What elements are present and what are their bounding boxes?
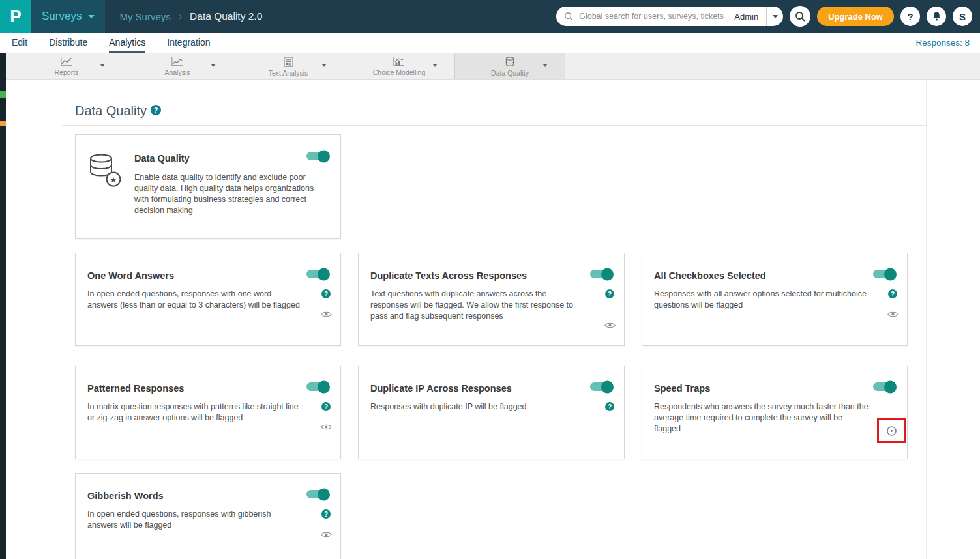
card-title: Duplicate Texts Across Responses [370,270,527,281]
toolbar-item-reports[interactable]: Reports [11,53,122,79]
toolbar-item-text-analysis[interactable]: Text Analysis [233,53,344,79]
tab-integration[interactable]: Integration [167,33,210,53]
gibberish-words-toggle[interactable] [306,490,329,498]
card-title: One Word Answers [87,270,174,281]
search-icon [795,11,805,22]
highlight-annotation-box[interactable] [877,418,906,443]
one-word-answers-card: One Word Answers In open ended questions… [75,253,341,346]
user-avatar[interactable]: S [953,7,972,26]
line-chart-icon [61,57,72,66]
rail-marker [0,121,6,126]
eye-icon[interactable] [321,531,332,538]
toolbar-item-label: Analysis [164,68,190,76]
global-search-bar: Admin [556,7,783,26]
upgrade-now-button[interactable]: Upgrade Now [817,7,894,26]
card-description: Enable data quality to identify and excl… [134,172,321,216]
tab-analytics[interactable]: Analytics [109,33,145,53]
question-mark-icon: ? [907,11,913,22]
bell-icon [932,11,942,22]
responses-count[interactable]: Responses: 8 [915,33,980,53]
data-quality-master-card: ★ Data Quality Enable data quality to id… [75,134,341,239]
toolbar-item-analysis[interactable]: Analysis [122,53,233,79]
clock-icon [886,425,897,437]
chevron-down-icon[interactable] [321,64,327,67]
scope-dropdown-button[interactable] [766,7,783,26]
card-description: Responses with all answer options select… [654,289,869,311]
data-quality-panel: Data Quality ? ★ Data Quality Enable dat… [62,80,927,559]
top-navbar: P Surveys My Surveys › Data Quality 2.0 … [0,0,980,33]
product-switcher[interactable]: Surveys [31,0,105,33]
help-icon[interactable]: ? [888,289,897,298]
page-header: Data Quality ? [62,80,926,126]
gibberish-words-card: Gibberish Words In open ended questions,… [75,473,341,559]
card-title: Data Quality [134,153,190,164]
page-title: Data Quality [75,104,147,119]
eye-icon[interactable] [887,311,898,318]
toolbar-item-label: Data Quality [491,69,529,77]
chevron-down-icon [88,15,95,18]
toolbar-item-data-quality[interactable]: Data Quality [454,53,565,79]
card-title: Patterned Responses [87,383,184,394]
chevron-down-icon [773,15,778,18]
eye-icon[interactable] [321,311,332,318]
bar-line-chart-icon [393,57,405,66]
help-button[interactable]: ? [900,7,920,26]
eye-icon[interactable] [604,322,616,329]
breadcrumb-separator: › [179,10,182,22]
help-icon[interactable]: ? [321,402,331,411]
help-icon[interactable]: ? [605,289,614,298]
app-logo[interactable]: P [0,0,31,33]
speed-traps-toggle[interactable] [873,382,895,391]
navbar-right-group: Admin Upgrade Now ? S [556,6,980,27]
help-icon[interactable]: ? [321,289,331,298]
help-icon[interactable]: ? [605,402,614,411]
chevron-down-icon[interactable] [211,64,216,67]
breadcrumb-parent[interactable]: My Surveys [119,11,170,22]
svg-text:★: ★ [110,175,117,184]
duplicate-ip-card: Duplicate IP Across Responses Responses … [358,366,625,459]
chevron-down-icon[interactable] [432,64,438,67]
toolbar-item-label: Text Analysis [269,69,308,77]
analytics-toolbar: Reports Analysis Text Analysis Choice Mo… [0,53,980,80]
product-label: Surveys [42,10,82,23]
tab-edit[interactable]: Edit [12,33,27,53]
card-description: In open ended questions, responses with … [87,509,303,531]
breadcrumb: My Surveys › Data Quality 2.0 [119,10,262,22]
chevron-down-icon[interactable] [100,64,105,67]
card-description: In open ended questions, responses with … [87,289,303,311]
tab-distribute[interactable]: Distribute [49,33,87,53]
chevron-down-icon[interactable] [542,64,548,67]
collapsed-sidebar-rail[interactable] [0,53,6,559]
duplicate-texts-toggle[interactable] [590,270,612,278]
all-checkboxes-card: All Checkboxes Selected Responses with a… [642,253,908,346]
survey-tabs: Edit Distribute Analytics Integration Re… [0,33,980,53]
notifications-button[interactable] [927,7,946,26]
card-description: Responses with duplicate IP will be flag… [370,401,586,412]
card-description: In matrix question responses with patter… [87,401,303,423]
data-quality-toggle[interactable] [306,152,329,160]
search-submit-button[interactable] [790,6,810,27]
card-title: Speed Traps [654,383,710,394]
patterned-responses-toggle[interactable] [306,382,329,391]
all-checkboxes-toggle[interactable] [873,270,895,278]
page-help-icon[interactable]: ? [151,105,161,115]
help-icon[interactable]: ? [321,509,331,519]
card-title: Gibberish Words [87,491,164,501]
one-word-answers-toggle[interactable] [306,270,329,278]
data-quality-database-icon: ★ [86,152,123,188]
card-title: Duplicate IP Across Responses [370,383,512,394]
duplicate-texts-card: Duplicate Texts Across Responses Text qu… [358,253,625,346]
duplicate-ip-toggle[interactable] [590,382,612,391]
patterned-responses-card: Patterned Responses In matrix question r… [75,366,341,459]
toolbar-item-choice-modelling[interactable]: Choice Modelling [344,53,454,79]
toolbar-item-label: Reports [55,68,79,76]
toolbar-item-label: Choice Modelling [373,68,426,76]
eye-icon[interactable] [321,423,332,431]
search-scope-selector[interactable]: Admin [730,12,766,22]
speed-traps-card: Speed Traps Respondents who answers the … [642,366,908,459]
rail-marker [0,91,6,98]
search-input[interactable] [578,11,730,22]
trend-chart-icon [171,57,183,66]
breadcrumb-current: Data Quality 2.0 [190,10,262,22]
database-icon [505,57,514,67]
